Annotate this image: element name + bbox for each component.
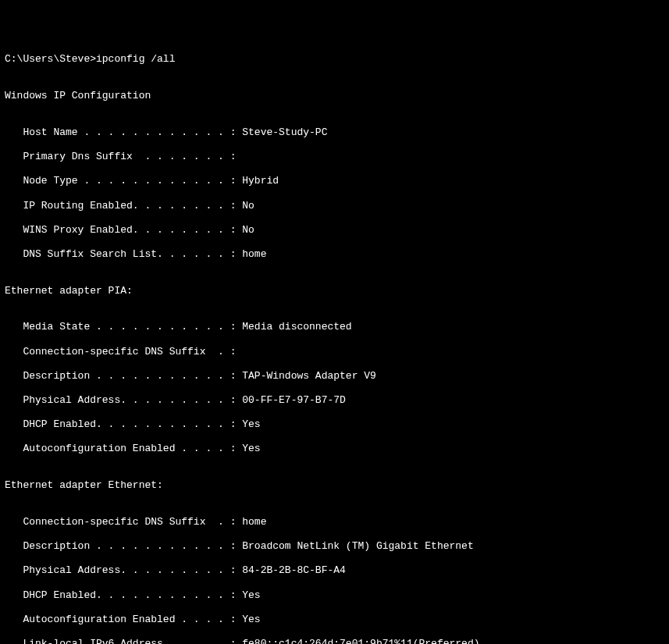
pia-physical: Physical Address. . . . . . . . . : 00-F… xyxy=(5,394,664,407)
config-node-type: Node Type . . . . . . . . . . . . : Hybr… xyxy=(5,175,664,187)
section-header: Windows IP Configuration xyxy=(5,90,664,102)
pia-conn-suffix: Connection-specific DNS Suffix . : xyxy=(5,346,664,358)
ethernet-physical: Physical Address. . . . . . . . . : 84-2… xyxy=(5,564,664,577)
pia-description: Description . . . . . . . . . . . : TAP-… xyxy=(5,370,664,382)
config-ip-routing: IP Routing Enabled. . . . . . . . : No xyxy=(5,200,664,212)
ethernet-autoconfig: Autoconfiguration Enabled . . . . : Yes xyxy=(5,614,664,626)
pia-dhcp: DHCP Enabled. . . . . . . . . . . : Yes xyxy=(5,418,664,431)
adapter-pia-header: Ethernet adapter PIA: xyxy=(5,285,664,297)
config-primary-dns: Primary Dns Suffix . . . . . . . : xyxy=(5,151,664,163)
pia-media-state: Media State . . . . . . . . . . . : Medi… xyxy=(5,321,664,333)
ethernet-dhcp: DHCP Enabled. . . . . . . . . . . : Yes xyxy=(5,589,664,602)
adapter-ethernet-header: Ethernet adapter Ethernet: xyxy=(5,479,664,492)
ethernet-description: Description . . . . . . . . . . . : Broa… xyxy=(5,540,664,553)
pia-autoconfig: Autoconfiguration Enabled . . . . : Yes xyxy=(5,443,664,455)
config-wins-proxy: WINS Proxy Enabled. . . . . . . . : No xyxy=(5,224,664,237)
prompt-line: C:\Users\Steve>ipconfig /all xyxy=(5,53,664,66)
config-host-name: Host Name . . . . . . . . . . . . : Stev… xyxy=(5,126,664,139)
ethernet-conn-suffix: Connection-specific DNS Suffix . : home xyxy=(5,516,664,528)
ethernet-link-local: Link-local IPv6 Address . . . . . : fe80… xyxy=(5,638,664,644)
config-dns-suffix: DNS Suffix Search List. . . . . . : home xyxy=(5,248,664,261)
